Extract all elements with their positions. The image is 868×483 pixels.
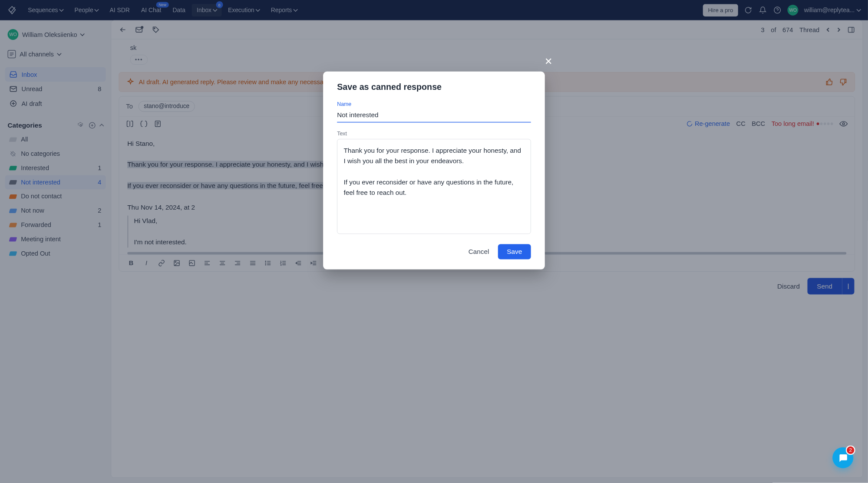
text-label: Text	[337, 131, 531, 137]
close-icon[interactable]: ✕	[545, 56, 552, 67]
save-button[interactable]: Save	[498, 244, 531, 259]
name-input[interactable]	[337, 109, 531, 123]
name-label: Name	[337, 101, 531, 108]
cancel-button[interactable]: Cancel	[469, 248, 489, 256]
canned-response-modal: ✕ Save as canned response Name Text Canc…	[323, 72, 545, 269]
text-input[interactable]	[337, 139, 531, 234]
chat-badge: 2	[846, 445, 855, 455]
chat-icon	[838, 453, 848, 463]
chat-widget[interactable]: 2	[832, 447, 853, 468]
modal-title: Save as canned response	[337, 82, 531, 92]
